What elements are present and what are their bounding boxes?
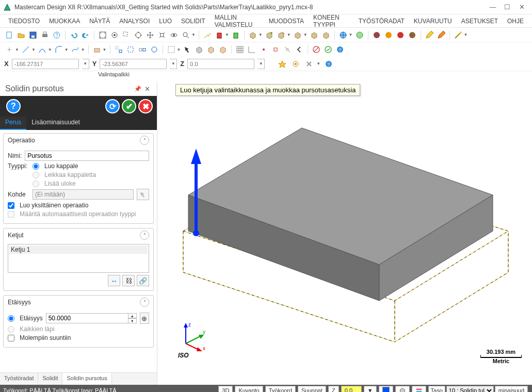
menu-form[interactable]: MUODOSTA — [265, 16, 308, 26]
status-plane-select[interactable]: 10 : Solidin tul — [446, 386, 494, 392]
status-attr-text[interactable]: minaisuud — [495, 386, 528, 392]
open-file-icon[interactable] — [16, 30, 26, 40]
solid-cube1-icon[interactable] — [248, 30, 258, 40]
menu-edit[interactable]: MUOKKAA — [45, 16, 84, 26]
snap-icon[interactable] — [259, 44, 269, 55]
menu-create[interactable]: LUO — [155, 16, 176, 26]
zoom-previous-icon[interactable] — [181, 30, 191, 40]
pencil-yellow-icon[interactable] — [424, 30, 434, 40]
close-button[interactable]: ✕ — [514, 2, 529, 12]
distance-radio[interactable] — [8, 315, 14, 322]
sel-cube-icon[interactable] — [194, 44, 204, 55]
sel-arrow-icon[interactable] — [182, 44, 192, 55]
menu-view[interactable]: NÄYTÄ — [85, 16, 114, 26]
solid-cube5-icon[interactable] — [309, 30, 319, 40]
status-z-value[interactable]: 0.0 — [341, 386, 362, 392]
status-view-button[interactable]: Kuvanto — [235, 386, 263, 392]
bottom-tab-solids[interactable]: Solidit — [38, 373, 62, 385]
group-chains-collapse[interactable]: ˄ — [140, 231, 149, 240]
solid-cube6-icon[interactable] — [321, 30, 331, 40]
group-distance-collapse[interactable]: ˄ — [140, 298, 149, 307]
new-file-icon[interactable] — [4, 30, 14, 40]
redo-icon[interactable] — [80, 30, 91, 40]
menu-help[interactable]: OHJE — [503, 16, 528, 26]
x-input[interactable] — [12, 59, 79, 69]
type-create-radio[interactable] — [33, 163, 39, 170]
point-icon[interactable] — [4, 44, 14, 55]
distance-target-button[interactable]: ⊕ — [140, 313, 149, 324]
fastpoint-icon[interactable] — [277, 59, 287, 69]
xform4-icon[interactable] — [149, 44, 159, 55]
panel-apply-new-button[interactable]: ⟳ — [105, 99, 120, 113]
both-dir-checkbox[interactable] — [8, 335, 14, 341]
solid-cube4-icon[interactable] — [293, 30, 303, 40]
circle-red-icon[interactable] — [395, 30, 406, 40]
save-icon[interactable] — [28, 30, 38, 40]
arc-icon[interactable] — [37, 44, 47, 55]
grid-icon[interactable] — [235, 44, 245, 55]
menu-file[interactable]: TIEDOSTO — [4, 16, 44, 26]
zoom-target-icon[interactable] — [133, 30, 143, 40]
axis-icon[interactable] — [247, 44, 257, 55]
distance-input[interactable] — [46, 313, 128, 323]
bottom-tab-toolpaths[interactable]: Työstöradat — [0, 373, 38, 385]
spline-icon[interactable] — [70, 44, 80, 55]
viewport[interactable]: Luo ketjuja valintaikkunassa ja muokkaa … — [157, 81, 532, 385]
x-dropdown[interactable]: ▼ — [82, 59, 89, 69]
wand-icon[interactable] — [453, 30, 463, 40]
pin-icon[interactable]: 📌 — [134, 86, 141, 92]
sphere-green-icon[interactable] — [354, 30, 365, 40]
status-z-dropdown[interactable]: ▼ — [364, 386, 377, 392]
circle-orange-icon[interactable] — [383, 30, 394, 40]
menu-modelprep[interactable]: MALLIN VALMISTELU — [211, 12, 264, 30]
chains-listbox[interactable]: Ketju 1 — [8, 244, 149, 273]
menu-toolpaths[interactable]: TYÖSTÖRADAT — [354, 16, 409, 26]
z-input[interactable] — [187, 59, 254, 69]
menu-solids[interactable]: SOLIDIT — [177, 16, 209, 26]
chain-rechain-button[interactable]: ⛓ — [122, 275, 135, 286]
unzoom-icon[interactable] — [157, 30, 167, 40]
circle-darkred-icon[interactable] — [372, 30, 382, 40]
snap2-icon[interactable] — [270, 44, 281, 55]
help-doc-icon[interactable]: ? — [52, 30, 62, 40]
distance-down[interactable]: ▼ — [128, 318, 137, 323]
status-3d-button[interactable]: 3D — [218, 386, 233, 392]
dynamic-rotate-icon[interactable] — [169, 30, 179, 40]
solid-cube3-icon[interactable] — [276, 30, 286, 40]
zoom-window-icon[interactable] — [121, 30, 132, 40]
bottom-tab-extrude[interactable]: Solidin pursotus — [62, 373, 111, 385]
no-entry-icon[interactable] — [311, 44, 321, 55]
chain-item-1[interactable]: Ketju 1 — [9, 246, 148, 254]
z-dropdown[interactable]: ▼ — [257, 59, 265, 69]
status-wcs-button[interactable]: Työkoord — [265, 386, 296, 392]
y-dropdown[interactable]: ▼ — [170, 59, 177, 69]
chain-add-button[interactable]: 🔗 — [137, 275, 149, 286]
fit-icon[interactable] — [98, 30, 108, 40]
y-input[interactable] — [100, 59, 167, 69]
config-icon[interactable] — [291, 59, 301, 69]
sel-rect-icon[interactable] — [166, 44, 176, 55]
panel-cancel-button[interactable]: ✖ — [138, 99, 153, 113]
cross-icon[interactable] — [304, 59, 314, 69]
print-icon[interactable] — [40, 30, 50, 40]
distance-up[interactable]: ▲ — [128, 313, 137, 318]
help-blue-icon[interactable]: ? — [335, 44, 345, 55]
tab-basic[interactable]: Perus — [0, 117, 26, 130]
status-color-button[interactable] — [379, 386, 393, 392]
status-level-button[interactable] — [395, 386, 410, 392]
status-attributes-button[interactable] — [412, 386, 426, 392]
delete-icon[interactable] — [214, 30, 224, 40]
line-icon[interactable] — [21, 44, 31, 55]
repaint-icon[interactable] — [109, 30, 120, 40]
pan-icon[interactable] — [145, 30, 155, 40]
analyze-icon[interactable] — [202, 30, 213, 40]
pencil-orange-icon[interactable] — [436, 30, 446, 40]
undelete-icon[interactable] — [231, 30, 241, 40]
single-op-checkbox[interactable] — [8, 202, 14, 209]
menu-settings[interactable]: ASETUKSET — [457, 16, 502, 26]
xform2-icon[interactable] — [125, 44, 136, 55]
sel-solid-icon[interactable] — [206, 44, 216, 55]
tab-advanced[interactable]: Lisäominaisuudet — [26, 117, 85, 130]
minimize-button[interactable]: ― — [486, 2, 500, 12]
xform-icon[interactable] — [114, 44, 124, 55]
